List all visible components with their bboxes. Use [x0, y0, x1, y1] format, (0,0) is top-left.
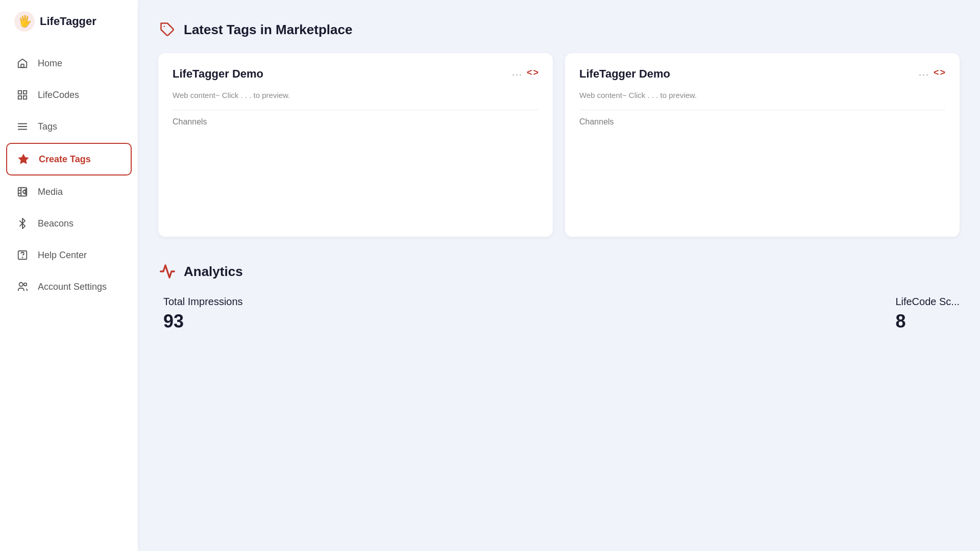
sidebar-item-beacons[interactable]: Beacons	[6, 208, 132, 239]
sidebar-item-account-settings[interactable]: Account Settings	[6, 271, 132, 302]
sidebar-item-home[interactable]: Home	[6, 48, 132, 79]
card-1-title: LifeTagger Demo	[173, 67, 263, 81]
svg-point-14	[22, 257, 23, 258]
svg-rect-5	[18, 96, 21, 99]
sidebar-item-media[interactable]: Media	[6, 177, 132, 207]
stat-lifecode-scans-label: LifeCode Sc...	[895, 296, 960, 308]
analytics-icon	[158, 262, 177, 281]
card-1-menu-dots[interactable]: ...	[512, 67, 523, 78]
sidebar-item-create-tags-label: Create Tags	[39, 154, 91, 165]
sidebar-item-lifecodes-label: LifeCodes	[38, 90, 79, 101]
sidebar-item-account-settings-label: Account Settings	[38, 282, 107, 292]
stat-total-impressions-value: 93	[163, 311, 243, 332]
card-2-menu-dots[interactable]: ...	[919, 67, 929, 78]
card-1-actions: ... <>	[512, 67, 538, 78]
marketplace-title: Latest Tags in Marketplace	[184, 22, 352, 38]
help-icon	[15, 248, 30, 262]
marketplace-cards: LifeTagger Demo ... <> Web content~ Clic…	[158, 53, 960, 237]
sidebar-item-beacons-label: Beacons	[38, 218, 74, 229]
media-icon	[15, 185, 30, 199]
sidebar-item-tags[interactable]: Tags	[6, 111, 132, 142]
analytics-title: Analytics	[184, 264, 243, 280]
svg-text:🖐: 🖐	[18, 14, 32, 28]
grid-icon	[15, 88, 30, 102]
card-2-actions: ... <>	[919, 67, 945, 78]
analytics-stats: Total Impressions 93 LifeCode Sc... 8	[158, 296, 960, 332]
stat-lifecode-scans-value: 8	[895, 311, 960, 332]
card-2-preview: Web content~ Click . . . to preview.	[579, 91, 945, 99]
svg-rect-6	[23, 96, 27, 99]
card-2-channels: Channels	[579, 117, 614, 126]
card-2-code-icon[interactable]: <>	[934, 67, 945, 78]
svg-point-15	[19, 283, 23, 286]
sidebar-navigation: Home LifeCodes Tags	[0, 48, 138, 302]
sidebar-item-create-tags[interactable]: Create Tags	[6, 143, 132, 176]
tag-card-2: LifeTagger Demo ... <> Web content~ Clic…	[565, 53, 960, 237]
tag-icon	[158, 20, 177, 39]
card-2-header: LifeTagger Demo ... <>	[579, 67, 945, 81]
analytics-section: Analytics Total Impressions 93 LifeCode …	[158, 262, 960, 332]
main-content: Latest Tags in Marketplace LifeTagger De…	[138, 0, 980, 551]
card-2-title: LifeTagger Demo	[579, 67, 670, 81]
card-2-divider	[579, 110, 945, 110]
sidebar-item-media-label: Media	[38, 187, 63, 197]
svg-point-16	[24, 283, 27, 286]
tag-card-1: LifeTagger Demo ... <> Web content~ Clic…	[158, 53, 553, 237]
card-1-preview: Web content~ Click . . . to preview.	[173, 91, 538, 99]
stat-total-impressions: Total Impressions 93	[163, 296, 243, 332]
analytics-header: Analytics	[158, 262, 960, 281]
stat-lifecode-scans: LifeCode Sc... 8	[895, 296, 960, 332]
app-logo: 🖐 LifeTagger	[0, 0, 138, 43]
sidebar-item-help-center[interactable]: Help Center	[6, 240, 132, 270]
svg-marker-10	[19, 155, 28, 163]
home-icon	[15, 56, 30, 70]
people-icon	[15, 280, 30, 294]
stat-total-impressions-label: Total Impressions	[163, 296, 243, 308]
card-1-divider	[173, 110, 538, 110]
card-1-code-icon[interactable]: <>	[527, 67, 538, 78]
sidebar-item-tags-label: Tags	[38, 121, 57, 132]
bluetooth-icon	[15, 216, 30, 231]
sidebar: 🖐 LifeTagger Home LifeCodes	[0, 0, 138, 551]
sidebar-item-lifecodes[interactable]: LifeCodes	[6, 80, 132, 110]
svg-rect-3	[18, 91, 21, 94]
menu-icon	[15, 119, 30, 134]
sidebar-item-home-label: Home	[38, 58, 62, 69]
app-name: LifeTagger	[40, 15, 96, 28]
svg-rect-4	[23, 91, 27, 94]
star-icon	[16, 152, 31, 166]
logo-icon: 🖐	[14, 11, 35, 32]
svg-point-12	[23, 190, 26, 193]
card-1-channels: Channels	[173, 117, 207, 126]
sidebar-item-help-center-label: Help Center	[38, 250, 87, 261]
card-1-header: LifeTagger Demo ... <>	[173, 67, 538, 81]
marketplace-header: Latest Tags in Marketplace	[158, 20, 960, 39]
svg-rect-2	[21, 64, 24, 67]
